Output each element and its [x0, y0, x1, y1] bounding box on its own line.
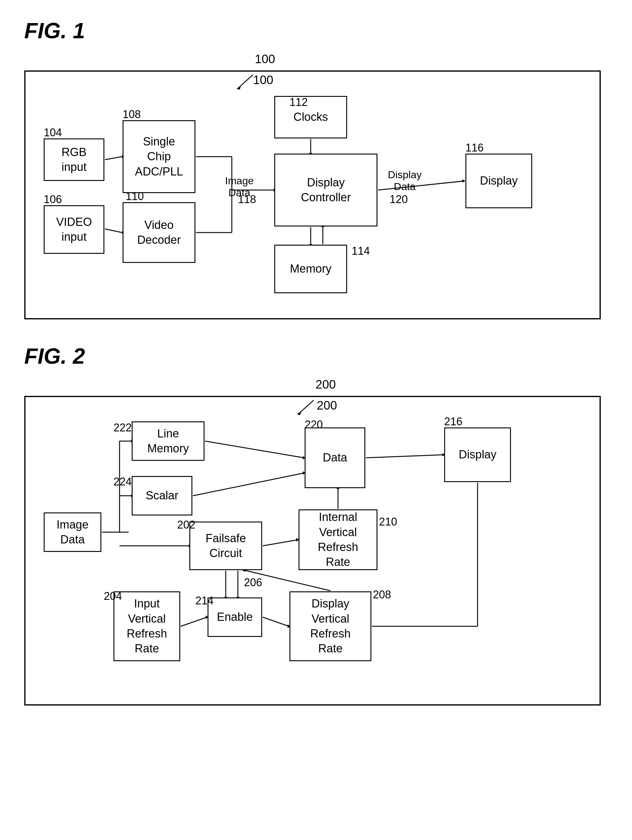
display-data-label: Display Data: [380, 169, 429, 193]
ref2-main-200: 200: [317, 399, 337, 412]
scalar-block: Scalar: [132, 476, 192, 515]
display-fig1-block: Display: [465, 154, 532, 208]
svg-marker-19: [236, 87, 241, 90]
image-data-label: Image Data: [220, 175, 259, 199]
ref-202: 202: [177, 518, 195, 531]
ref-210: 210: [379, 515, 397, 528]
ref-216: 216: [444, 415, 462, 428]
ref-204: 204: [104, 590, 122, 603]
svg-line-30: [205, 441, 304, 458]
svg-line-18: [238, 75, 253, 88]
fig1-title: FIG. 1: [24, 18, 608, 43]
ref-206: 206: [244, 576, 262, 589]
internal-vr-block: Internal Vertical Refresh Rate: [299, 509, 377, 570]
image-data-in-block: Image Data: [44, 512, 101, 552]
ref-214: 214: [195, 594, 214, 607]
fig2-ref-main: 200: [315, 377, 336, 391]
svg-line-34: [263, 540, 298, 546]
ref-114: 114: [351, 245, 370, 257]
ref-224: 224: [113, 475, 132, 488]
line-memory-block: Line Memory: [132, 422, 205, 461]
svg-line-32: [193, 473, 304, 496]
rgb-input-block: RGB input: [44, 139, 104, 181]
svg-marker-21: [297, 412, 301, 415]
fig1-diagram: RGB input Single Chip ADC/PLL VIDEO inpu…: [24, 70, 601, 319]
ref-220: 220: [305, 418, 323, 431]
ref-110: 110: [126, 190, 144, 203]
svg-marker-13: [462, 179, 465, 182]
svg-line-44: [181, 617, 207, 626]
ref-120: 120: [389, 193, 408, 206]
data-block: Data: [305, 428, 365, 488]
ref-104: 104: [44, 126, 62, 139]
video-decoder-block: Video Decoder: [123, 202, 195, 263]
display-controller-block: Display Controller: [274, 154, 377, 226]
ref-106: 106: [44, 193, 62, 206]
adc-pll-block: Single Chip ADC/PLL: [123, 120, 195, 193]
input-vr-block: Input Vertical Refresh Rate: [113, 591, 180, 661]
video-input-block: VIDEO input: [44, 205, 104, 254]
failsafe-block: Failsafe Circuit: [189, 521, 262, 570]
ref-116: 116: [465, 142, 484, 154]
svg-line-46: [263, 617, 289, 626]
memory-block: Memory: [274, 245, 347, 293]
svg-line-20: [299, 400, 314, 414]
svg-line-2: [105, 229, 122, 232]
ref-108: 108: [123, 108, 141, 121]
fig2-diagram: Image Data Line Memory Scalar Failsafe C…: [24, 396, 601, 706]
svg-line-38: [366, 455, 444, 458]
display-fig2-block: Display: [444, 428, 511, 482]
clocks-block: Clocks: [274, 96, 347, 139]
display-vr-block: Display Vertical Refresh Rate: [290, 591, 371, 661]
ref-main-100: 100: [253, 73, 273, 87]
ref-222: 222: [113, 422, 132, 434]
svg-line-0: [105, 157, 122, 159]
ref-112: 112: [290, 96, 308, 109]
fig2-title: FIG. 2: [24, 344, 608, 368]
enable-block: Enable: [208, 597, 262, 637]
fig1-ref-main: 100: [255, 52, 275, 66]
ref-208: 208: [373, 588, 391, 601]
